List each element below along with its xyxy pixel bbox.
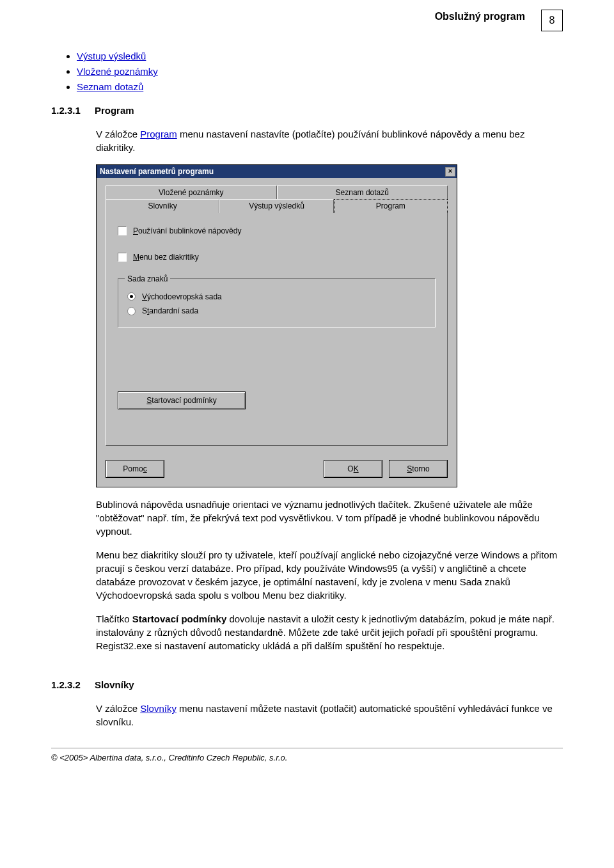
tab-vystup-vysledku[interactable]: Výstup výsledků — [219, 199, 333, 213]
link-slovniky[interactable]: Slovníky — [140, 703, 177, 714]
radio-eastern-label: Východoevropská sadaVýchodoevropská sada — [142, 292, 222, 303]
slovniky-body: V záložce Slovníky menu nastavení můžete… — [96, 702, 563, 729]
charset-group: Sada znaků Východoevropská sadaVýchodoev… — [118, 278, 436, 328]
paragraph-start-conditions: Tlačítko Startovací podmínky dovoluje na… — [96, 612, 563, 652]
page-footer: © <2005> Albertina data, s.r.o., Crediti… — [51, 748, 563, 771]
checkbox-bubble-help-label: PPoužívání bublinkové nápovědyoužívání b… — [133, 226, 241, 237]
page-number: 8 — [541, 10, 563, 31]
tab-program[interactable]: Program — [334, 199, 448, 213]
cancel-button[interactable]: StornoStorno — [389, 460, 448, 478]
header-title: Obslužný program — [435, 10, 525, 24]
dialog-titlebar: Nastavení parametrů programu × — [97, 165, 457, 178]
link-vlozene-poznamky[interactable]: Vložené poznámky — [77, 66, 158, 77]
radio-standard-label: Standardní sadaStandardní sada — [142, 306, 198, 317]
tab-slovniky[interactable]: Slovníky — [106, 199, 219, 213]
tab-strip: Vložené poznámky Seznam dotazů Slovníky … — [106, 185, 448, 446]
radio-standard[interactable] — [127, 307, 136, 315]
link-seznam-dotazu[interactable]: Seznam dotazů — [77, 81, 143, 92]
dialog-title: Nastavení parametrů programu — [100, 166, 214, 177]
paragraph-bubble-help: Bublinová nápověda usnadňuje orientaci v… — [96, 498, 563, 538]
checkbox-bubble-help[interactable] — [118, 226, 127, 235]
checkbox-menu-no-diacritics-label: Menu bez diakritikyMenu bez diakritiky — [133, 252, 199, 263]
checkbox-menu-no-diacritics[interactable] — [118, 253, 127, 262]
tab-vlozene-poznamky[interactable]: Vložené poznámky — [106, 185, 277, 200]
bullet-list: Výstup výsledků Vložené poznámky Seznam … — [77, 49, 563, 93]
help-button[interactable]: PomocPomoc — [106, 460, 164, 478]
tab-panel: PPoužívání bublinkové nápovědyoužívání b… — [106, 213, 448, 446]
section-heading-slovniky: 1.2.3.2 Slovníky — [51, 678, 563, 691]
section-title: Program — [95, 104, 134, 117]
close-icon[interactable]: × — [445, 167, 455, 177]
group-title: Sada znaků — [125, 274, 170, 285]
start-conditions-button[interactable]: Startovací podmínkyStartovací podmínky — [118, 391, 246, 409]
paragraph-menu-diacritics: Menu bez diakritiky slouží pro ty uživat… — [96, 548, 563, 602]
section-num: 1.2.3.1 — [51, 104, 81, 117]
radio-eastern[interactable] — [127, 292, 136, 301]
ok-button[interactable]: OKOK — [324, 460, 382, 478]
section-num-2: 1.2.3.2 — [51, 678, 81, 691]
tab-seznam-dotazu[interactable]: Seznam dotazů — [277, 185, 448, 200]
section-intro: V záložce Program menu nastavení nastaví… — [96, 127, 563, 154]
section-heading-program: 1.2.3.1 Program — [51, 104, 563, 117]
link-program[interactable]: Program — [140, 129, 177, 139]
link-vystup-vysledku[interactable]: Výstup výsledků — [77, 51, 146, 61]
section-title-2: Slovníky — [95, 678, 134, 691]
settings-dialog: Nastavení parametrů programu × Vložené p… — [96, 164, 457, 487]
